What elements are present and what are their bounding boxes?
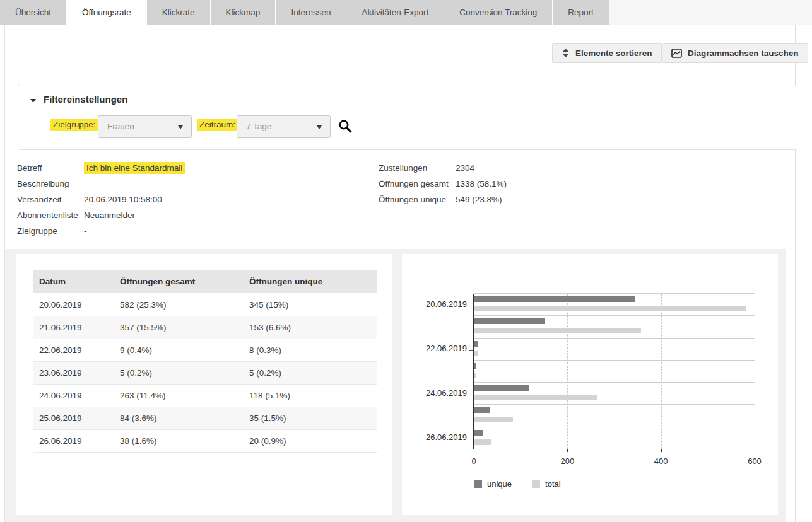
zielgruppe-selected-value: Frauen: [107, 122, 134, 131]
table-row: 23.06.20195 (0.2%)5 (0.2%): [33, 361, 377, 384]
stat-label: Öffnungen unique: [379, 195, 446, 204]
table-cell: 84 (3.6%): [114, 407, 243, 429]
bar-total-24.06.2019: [474, 395, 597, 400]
x-axis-label: 0: [471, 456, 476, 466]
zielgruppe-dropdown[interactable]: Frauen: [98, 115, 192, 138]
swap-chart-axes-button[interactable]: Diagrammachsen tauschen: [662, 43, 808, 63]
table-row: 25.06.201984 (3.6%)35 (1.5%): [33, 407, 377, 429]
bar-unique-23.06.2019: [474, 363, 476, 369]
table-row: 22.06.20199 (0.4%)8 (0.3%): [33, 339, 377, 361]
search-icon[interactable]: [338, 119, 354, 135]
stat-row: Öffnungen unique 549 (23.8%): [379, 195, 631, 207]
stat-label: Zustellungen: [379, 163, 427, 173]
bar-unique-24.06.2019: [474, 385, 529, 391]
filter-settings-title: Filtereinstellungen: [44, 94, 127, 105]
openings-chart-card: uniquetotal 20.06.201922.06.201924.06.20…: [402, 254, 778, 515]
chart-band-20.06.2019: [474, 294, 755, 316]
bar-total-21.06.2019: [474, 328, 641, 334]
swap-chart-axes-label: Diagrammachsen tauschen: [688, 49, 799, 58]
table-row: 24.06.2019263 (11.4%)118 (5.1%): [33, 384, 377, 407]
sort-elements-label: Elemente sortieren: [575, 49, 652, 58]
table-cell: 582 (25.3%): [114, 293, 243, 316]
table-cell: 22.06.2019: [33, 339, 114, 361]
detail-label: Zielgruppe: [17, 226, 57, 236]
x-axis-tick: [474, 449, 474, 452]
tab-conversion-tracking[interactable]: Conversion Tracking: [444, 0, 553, 25]
stat-value: 2304: [456, 163, 474, 173]
chart-band-22.06.2019: [474, 339, 755, 361]
y-axis-tick: [469, 350, 473, 351]
table-cell: 38 (1.6%): [114, 429, 243, 452]
tab-aktivitaeten-export[interactable]: Aktivitäten-Export: [346, 0, 444, 25]
table-row: 20.06.2019582 (25.3%)345 (15%): [33, 293, 377, 316]
table-cell: 5 (0.2%): [114, 361, 243, 384]
tab-report[interactable]: Report: [553, 0, 609, 25]
bar-unique-22.06.2019: [474, 341, 478, 347]
table-cell: 24.06.2019: [33, 384, 114, 407]
y-axis-label: 26.06.2019: [410, 432, 467, 442]
x-axis-tick: [661, 449, 662, 452]
legend-swatch: [532, 480, 540, 488]
collapse-caret-icon: [30, 94, 36, 105]
detail-label: Betreff: [17, 163, 42, 173]
bar-unique-26.06.2019: [474, 430, 483, 436]
chart-band-23.06.2019: [474, 361, 755, 383]
chart-band-26.06.2019: [474, 427, 755, 450]
table-cell: 345 (15%): [243, 293, 377, 316]
mail-subject: Ich bin eine Standardmail: [84, 162, 185, 174]
sort-icon: [562, 49, 570, 57]
chart-band-25.06.2019: [474, 405, 755, 427]
chart-legend: uniquetotal: [474, 479, 561, 489]
tab-uebersicht[interactable]: Übersicht: [0, 0, 67, 25]
table-cell: 26.06.2019: [33, 429, 114, 452]
chart-band-21.06.2019: [474, 316, 755, 338]
bar-total-25.06.2019: [474, 417, 513, 422]
y-axis-label: 20.06.2019: [410, 299, 467, 309]
x-axis-tick: [567, 449, 568, 452]
detail-row: Beschreibung: [17, 179, 332, 192]
legend-item-unique: unique: [474, 479, 512, 489]
detail-row: Zielgruppe -: [17, 226, 332, 239]
bar-unique-20.06.2019: [474, 296, 635, 302]
chart-band-24.06.2019: [474, 383, 755, 405]
table-row: 26.06.201938 (1.6%)20 (0.9%): [33, 429, 377, 452]
chart-icon: [671, 49, 682, 58]
x-axis-tick: [755, 449, 755, 452]
column-header-unique: Öffnungen unique: [243, 270, 377, 293]
x-axis-label: 600: [748, 456, 762, 466]
detail-row: Betreff Ich bin eine Standardmail: [17, 163, 332, 176]
table-cell: 25.06.2019: [33, 407, 114, 429]
y-axis-tick: [469, 306, 473, 306]
tab-klickmap[interactable]: Klickmap: [211, 0, 276, 25]
sort-elements-button[interactable]: Elemente sortieren: [552, 43, 662, 63]
tab-oeffnungsrate[interactable]: Öffnungsrate: [67, 0, 147, 25]
detail-label: Versandzeit: [17, 195, 62, 204]
gridline: [755, 294, 755, 449]
stat-label: Öffnungen gesamt: [379, 179, 449, 188]
y-axis-tick: [469, 439, 473, 439]
detail-label: Abonnentenliste: [17, 211, 78, 220]
filter-settings-toggle[interactable]: Filtereinstellungen: [30, 94, 127, 105]
legend-item-total: total: [532, 479, 561, 489]
stat-value: 549 (23.8%): [456, 195, 502, 204]
zeitraum-dropdown[interactable]: 7 Tage: [237, 115, 331, 138]
table-cell: 35 (1.5%): [243, 407, 377, 429]
table-cell: 23.06.2019: [33, 361, 114, 384]
bar-total-22.06.2019: [474, 351, 478, 356]
bar-total-23.06.2019: [474, 373, 476, 378]
detail-label: Beschreibung: [17, 179, 69, 188]
bar-total-26.06.2019: [474, 439, 491, 445]
bar-chart-plot: [474, 293, 755, 449]
y-axis-label: 22.06.2019: [410, 344, 467, 353]
tab-klickrate[interactable]: Klickrate: [147, 0, 211, 25]
table-cell: 263 (11.4%): [114, 384, 243, 407]
page: ÜbersichtÖffnungsrateKlickrateKlickmapIn…: [0, 0, 812, 522]
bar-unique-21.06.2019: [474, 318, 545, 324]
legend-swatch: [474, 480, 482, 488]
bar-unique-25.06.2019: [474, 407, 490, 413]
tab-interessen[interactable]: Interessen: [276, 0, 346, 25]
column-header-datum: Datum: [33, 270, 114, 293]
scrollbar-track[interactable]: [795, 25, 811, 522]
tab-bar: ÜbersichtÖffnungsrateKlickrateKlickmapIn…: [0, 0, 812, 25]
table-cell: 5 (0.2%): [243, 361, 377, 384]
